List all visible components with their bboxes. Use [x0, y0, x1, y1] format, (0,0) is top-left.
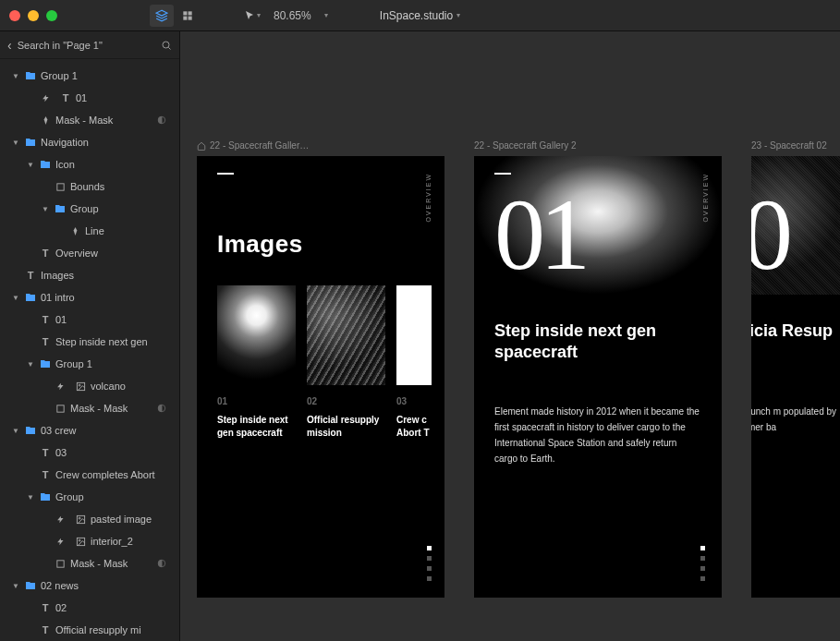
layer-row[interactable]: TCrew completes Abort	[0, 464, 179, 486]
disclosure-icon[interactable]: ▼	[11, 72, 20, 80]
svg-rect-1	[183, 11, 187, 15]
zoom-dropdown-icon[interactable]: ▾	[324, 11, 328, 19]
layer-label: 03	[55, 447, 170, 458]
text-icon: T	[39, 336, 52, 347]
layer-label: 01	[76, 92, 170, 103]
folder-icon	[24, 70, 37, 81]
maximize-window-button[interactable]	[46, 10, 57, 21]
dot[interactable]	[427, 546, 432, 550]
artboard-detail-01[interactable]: OVERVIEW 01 Step inside next gen spacecr…	[474, 156, 722, 598]
disclosure-icon[interactable]: ▼	[26, 360, 35, 369]
layer-row[interactable]: ▼02 news	[0, 574, 179, 597]
rect-icon	[54, 404, 67, 414]
gallery-card[interactable]: 01 Step inside next gen spacecraft	[217, 285, 296, 439]
layer-label: Images	[41, 270, 170, 281]
layer-row[interactable]: TOverview	[0, 242, 179, 264]
dot[interactable]	[700, 566, 705, 571]
layer-row[interactable]: interior_2	[0, 530, 179, 552]
search-context-label: Search in "Page 1"	[18, 40, 155, 51]
header-line	[494, 173, 511, 175]
layer-row[interactable]: ▼Group 1	[0, 65, 179, 87]
link-bolt-icon	[54, 515, 67, 524]
folder-icon	[39, 491, 52, 502]
layer-row[interactable]: ▼01 intro	[0, 286, 179, 308]
artboard-detail-02[interactable]: 0 Officia Resup Our launch m populated b…	[751, 156, 840, 598]
svg-rect-11	[56, 405, 63, 411]
card-caption: Crew c Abort T	[396, 414, 432, 439]
folder-icon	[24, 425, 37, 436]
layer-row[interactable]: T01	[0, 87, 179, 109]
disclosure-icon[interactable]: ▼	[11, 294, 20, 302]
pagination-dots[interactable]	[700, 546, 705, 581]
text-icon: T	[24, 270, 37, 281]
layer-row[interactable]: ▼Group 1	[0, 353, 179, 375]
layer-row[interactable]: Mask - Mask	[0, 109, 179, 131]
disclosure-icon[interactable]: ▼	[11, 139, 20, 147]
layer-row[interactable]: Line	[0, 220, 179, 242]
dot[interactable]	[700, 556, 705, 561]
layer-row[interactable]: ▼Icon	[0, 153, 179, 175]
zoom-level[interactable]: 80.65%	[274, 9, 311, 22]
sidebar-search-bar[interactable]: ‹ Search in "Page 1"	[0, 31, 179, 59]
dot[interactable]	[700, 576, 705, 581]
shape-icon	[68, 226, 81, 236]
layer-row[interactable]: T01	[0, 308, 179, 331]
search-icon[interactable]	[161, 40, 172, 51]
disclosure-icon[interactable]: ▼	[26, 493, 35, 502]
card-number: 02	[307, 396, 385, 406]
disclosure-icon[interactable]: ▼	[11, 582, 20, 590]
layer-row[interactable]: Mask - Mask	[0, 552, 179, 574]
layer-row[interactable]: TImages	[0, 264, 179, 286]
overview-label: OVERVIEW	[702, 173, 709, 223]
text-icon: T	[39, 447, 52, 458]
dot[interactable]	[427, 566, 432, 571]
document-title[interactable]: InSpace.studio ▾	[380, 9, 460, 22]
components-panel-toggle[interactable]	[176, 5, 200, 27]
mask-badge-icon	[157, 115, 170, 125]
dot[interactable]	[700, 546, 705, 550]
artboard-label[interactable]: 22 - Spacecraft Galler…	[197, 140, 444, 151]
layer-row[interactable]: ▼Group	[0, 486, 179, 508]
layers-panel-toggle[interactable]	[150, 5, 174, 27]
layer-row[interactable]: Bounds	[0, 175, 179, 198]
layer-row[interactable]: T02	[0, 597, 179, 619]
pagination-dots[interactable]	[427, 546, 432, 581]
layer-row[interactable]: T03	[0, 441, 179, 464]
text-icon: T	[39, 314, 52, 325]
layer-row[interactable]: ▼Group	[0, 198, 179, 220]
text-icon: T	[59, 92, 72, 103]
layer-row[interactable]: ▼03 crew	[0, 419, 179, 441]
artboard-label[interactable]: 22 - Spacecraft Gallery 2	[474, 140, 722, 151]
dot[interactable]	[427, 576, 432, 581]
layer-row[interactable]: Mask - Mask	[0, 397, 179, 419]
layer-row[interactable]: ▼Navigation	[0, 131, 179, 153]
image-icon	[74, 514, 87, 525]
disclosure-icon[interactable]: ▼	[41, 205, 50, 213]
layer-label: Mask - Mask	[70, 403, 157, 414]
gallery-card[interactable]: 02 Official resupply mission	[307, 285, 385, 439]
disclosure-icon[interactable]: ▼	[11, 427, 20, 435]
artboard-label[interactable]: 23 - Spacecraft 02	[751, 140, 840, 151]
pointer-tool[interactable]: ▾	[244, 9, 261, 22]
layer-label: Navigation	[41, 137, 170, 148]
layer-label: Step inside next gen	[55, 336, 170, 347]
shape-icon	[39, 115, 52, 126]
disclosure-icon[interactable]: ▼	[26, 161, 35, 169]
layer-row[interactable]: pasted image	[0, 508, 179, 530]
gallery-card[interactable]: 03 Crew c Abort T	[396, 285, 432, 439]
layer-row[interactable]: TStep inside next gen	[0, 331, 179, 353]
minimize-window-button[interactable]	[28, 10, 39, 21]
link-bolt-icon	[39, 94, 52, 103]
dot[interactable]	[427, 556, 432, 561]
back-icon[interactable]: ‹	[7, 38, 12, 53]
card-caption: Official resupply mission	[307, 414, 385, 439]
close-window-button[interactable]	[9, 10, 20, 21]
svg-point-10	[79, 384, 80, 386]
layer-label: Icon	[55, 159, 170, 170]
layer-row[interactable]: TOfficial resupply mi	[0, 619, 179, 641]
rect-icon	[54, 182, 67, 192]
artboard-gallery[interactable]: OVERVIEW Images 01 Step inside next gen …	[197, 156, 444, 598]
layer-row[interactable]: volcano	[0, 375, 179, 397]
canvas[interactable]: 22 - Spacecraft Galler… OVERVIEW Images …	[180, 31, 840, 641]
svg-point-14	[79, 517, 80, 519]
